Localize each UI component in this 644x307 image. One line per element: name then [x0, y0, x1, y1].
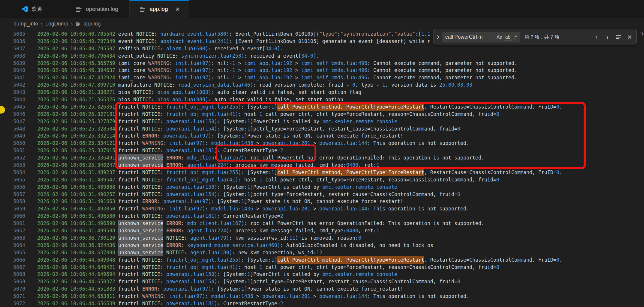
seg-txt: ]Power state is not ON, cannot execute f… [244, 133, 403, 139]
seg-txt [115, 155, 118, 161]
seg-link: init.lua(97) [175, 60, 211, 66]
seg-num: 0 [496, 111, 499, 117]
seg-num: 1 [271, 257, 274, 263]
seg-txt [115, 104, 118, 110]
log-line[interactable]: 50512026-02-06 10:06:25.337015 fructrl N… [0, 147, 644, 154]
log-line[interactable]: 50422026-02-06 10:05:47.899710 manufactu… [0, 81, 644, 89]
log-line[interactable]: 50682026-02-06 10:06:44.649694 fructrl N… [0, 271, 644, 278]
log-line[interactable]: 50492026-02-06 10:06:25.332114 fructrl E… [0, 132, 644, 140]
seg-txt [115, 46, 118, 52]
log-line[interactable]: 50562026-02-06 10:06:31.489868 fructrl N… [0, 183, 644, 191]
log-line[interactable]: 50582026-02-06 10:06:31.491663 fructrl E… [0, 198, 644, 205]
seg-txt: ]PowerCtrl is called by [250, 184, 322, 190]
toggle-replace-button[interactable] [434, 30, 442, 44]
seg-err: ERROR: [142, 133, 163, 139]
log-line[interactable]: 50402026-02-06 10:05:46.394637 ipmi_core… [0, 67, 644, 74]
tab-app.log[interactable]: app.log✕ [130, 0, 189, 18]
seg-link: fructrl_obj_mgnt.lua(255) [166, 169, 241, 175]
seg-link: bios_app.lua(1003) [157, 89, 211, 95]
log-line[interactable]: 50482026-02-06 10:06:25.328504 fructrl N… [0, 125, 644, 133]
seg-txt: ]. [313, 53, 319, 59]
log-line[interactable]: 50632026-02-06 10:06:36.730120 unknown_s… [0, 234, 644, 242]
log-line[interactable]: 50712026-02-06 10:06:44.653811 fructrl W… [0, 293, 644, 300]
log-line[interactable]: 50572026-02-06 10:06:31.490257 fructrl N… [0, 191, 644, 198]
seg-link: powerapi.lua:201 [262, 293, 310, 299]
seg-link: powerapi.lua(181) [166, 213, 217, 219]
seg-notice: NOTICE: [142, 104, 166, 110]
seg-txt [115, 242, 118, 248]
log-line[interactable]: 50542026-02-06 10:06:31.489237 fructrl N… [0, 169, 644, 176]
log-line[interactable]: 50662026-02-06 10:06:44.649048 fructrl N… [0, 256, 644, 264]
log-line[interactable]: 50442026-02-06 10:06:21.366326 bios NOTI… [0, 96, 644, 103]
tab-label: app.log [149, 6, 168, 12]
log-line[interactable]: 50392026-02-06 10:05:45.365759 ipmi_core… [0, 60, 644, 67]
seg-svchl: unknown_service [118, 227, 163, 234]
log-line[interactable]: 50552026-02-06 10:06:31.489547 fructrl N… [0, 176, 644, 183]
seg-str: "value" [394, 31, 415, 37]
seg-txt: , version data is [385, 82, 439, 88]
regex-toggle[interactable]: .* [512, 34, 519, 40]
log-line[interactable]: 50452026-02-06 10:06:25.326361 fructrl N… [0, 103, 644, 111]
next-match-button[interactable]: ↓ [603, 33, 612, 42]
log-line[interactable]: 50692026-02-06 10:06:44.650372 fructrl N… [0, 278, 644, 285]
seg-txt [115, 119, 118, 124]
seg-num: 0400 [346, 228, 358, 234]
breadcrumb-item[interactable]: dump_info [13, 21, 38, 27]
seg-txt [115, 279, 118, 284]
line-number: 5064 [0, 242, 25, 249]
log-line[interactable]: 50532026-02-06 10:06:25.340247 unknown_s… [0, 162, 644, 169]
seg-notice: NOTICE: [142, 213, 166, 219]
log-line[interactable]: 50522026-02-06 10:06:25.336491 unknown_s… [0, 154, 644, 162]
seg-txt: : rpc call PowerCtrl has error Operation… [244, 220, 484, 226]
log-line[interactable]: 50612026-02-06 10:06:31.496590 unknown_s… [0, 220, 644, 227]
log-line[interactable]: 50412026-02-06 10:05:47.432924 ipmi_core… [0, 74, 644, 81]
previous-match-button[interactable]: ↑ [592, 33, 601, 42]
log-line-text: 2026-02-06 10:06:25.327879 fructrl NOTIC… [37, 119, 397, 124]
line-number: 5045 [0, 103, 25, 111]
seg-txt: : read version complete: fruid - [253, 82, 352, 88]
seg-num: 1 [259, 177, 262, 183]
seg-ts: 2026-02-06 10:06:31.499508 [37, 228, 115, 234]
seg-num: 1 [259, 111, 262, 117]
close-tab-icon[interactable]: ✕ [175, 6, 180, 13]
line-number: 5065 [0, 249, 25, 256]
match-case-toggle[interactable]: Aa [495, 34, 504, 40]
seg-ts: 2026-02-06 10:05:45.365759 [37, 60, 115, 66]
log-line[interactable]: 50642026-02-06 10:06:36.824436 unknown_s… [0, 242, 644, 249]
log-line[interactable]: 50652026-02-06 10:06:40.637098 unknown_s… [0, 249, 644, 256]
find-input[interactable] [445, 34, 495, 40]
log-line[interactable]: 50602026-02-06 10:06:31.496580 fructrl N… [0, 212, 644, 220]
close-find-button[interactable]: ✕ [625, 33, 634, 42]
log-line[interactable]: 50672026-02-06 10:06:44.649421 fructrl N… [0, 264, 644, 271]
tab-operation.log[interactable]: operation.log [64, 0, 130, 18]
line-number: 5057 [0, 191, 25, 198]
log-line[interactable]: 50472026-02-06 10:06:25.327879 fructrl N… [0, 118, 644, 125]
clipped-text-fragment: .ne [637, 30, 644, 37]
line-number: 5044 [0, 96, 25, 103]
seg-link: fructrl_obj_mgnt.lua(41) [166, 177, 238, 183]
find-in-selection-button[interactable] [614, 33, 623, 42]
seg-ts: 2026-02-06 10:06:31.491663 [37, 198, 115, 204]
whole-word-toggle[interactable]: ab [504, 34, 512, 40]
seg-txt: ] [274, 169, 277, 175]
log-line[interactable]: 50432026-02-06 10:06:21.338271 bios NOTI… [0, 89, 644, 96]
seg-link: fructrl_obj_mgnt.lua(41) [166, 111, 238, 117]
log-line[interactable]: 50382026-02-06 10:05:40.796434 event_pol… [0, 52, 644, 60]
seg-ts: 2026-02-06 10:06:25.328504 [37, 126, 115, 132]
breadcrumb-item[interactable]: LogDump [45, 21, 68, 27]
log-line[interactable]: 50592026-02-06 10:06:31.493050 fructrl W… [0, 205, 644, 212]
seg-ts: 2026-02-06 10:06:25.332114 [37, 133, 115, 139]
seg-ts: 2026-02-06 10:05:40.795507 [37, 46, 115, 52]
log-line[interactable]: 50622026-02-06 10:06:31.499508 unknown_s… [0, 227, 644, 234]
seg-ts: 2026-02-06 10:06:36.824436 [37, 242, 115, 248]
breadcrumb-item[interactable]: app.log [83, 21, 101, 27]
log-line[interactable]: 50462026-02-06 10:06:25.327181 fructrl N… [0, 111, 644, 118]
log-line[interactable]: 50372026-02-06 10:05:40.795507 redfish N… [0, 45, 644, 52]
find-input-box[interactable]: Aa ab .* [442, 32, 520, 42]
seg-link: powerapi.lua:144 [319, 140, 367, 146]
log-line[interactable]: 50702026-02-06 10:06:44.651883 fructrl E… [0, 285, 644, 293]
log-line[interactable]: 50502026-02-06 10:06:25.334121 fructrl W… [0, 140, 644, 147]
tab-欢迎[interactable]: 欢迎 [0, 0, 64, 18]
log-line[interactable]: 50722026-02-06 10:06:44.656539 fructrl N… [0, 300, 644, 307]
seg-txt [163, 242, 166, 248]
